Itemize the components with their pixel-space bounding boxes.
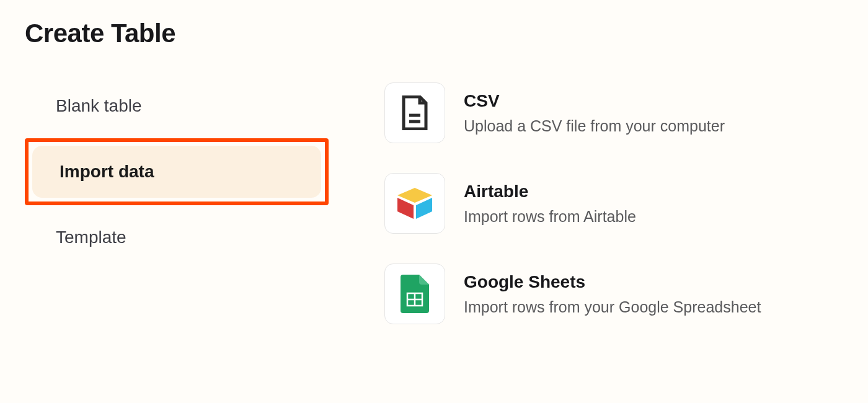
import-option-title: CSV	[464, 91, 725, 111]
sidebar-item-blank-table[interactable]: Blank table	[25, 82, 329, 130]
file-csv-icon	[384, 82, 445, 143]
import-option-airtable[interactable]: Airtable Import rows from Airtable	[384, 173, 843, 234]
sidebar-item-import-data[interactable]: Import data	[25, 138, 329, 205]
import-option-description: Import rows from your Google Spreadsheet	[464, 298, 761, 316]
sidebar-item-label: Template	[56, 228, 126, 247]
import-option-text: Airtable Import rows from Airtable	[464, 182, 636, 226]
import-option-google-sheets[interactable]: Google Sheets Import rows from your Goog…	[384, 264, 843, 324]
import-option-title: Google Sheets	[464, 272, 761, 292]
airtable-icon	[384, 173, 445, 234]
page-title: Create Table	[25, 19, 843, 48]
sidebar-item-template[interactable]: Template	[25, 214, 329, 261]
import-option-description: Upload a CSV file from your computer	[464, 117, 725, 135]
import-option-description: Import rows from Airtable	[464, 208, 636, 226]
create-table-sidebar: Blank table Import data Template	[25, 82, 329, 261]
sidebar-item-label: Blank table	[56, 96, 142, 116]
google-sheets-icon	[384, 264, 445, 324]
import-option-text: CSV Upload a CSV file from your computer	[464, 91, 725, 135]
import-options-list: CSV Upload a CSV file from your computer…	[329, 82, 843, 324]
content-row: Blank table Import data Template	[25, 82, 843, 324]
import-option-title: Airtable	[464, 182, 636, 202]
import-option-text: Google Sheets Import rows from your Goog…	[464, 272, 761, 316]
import-option-csv[interactable]: CSV Upload a CSV file from your computer	[384, 82, 843, 143]
sidebar-item-label: Import data	[60, 162, 154, 181]
